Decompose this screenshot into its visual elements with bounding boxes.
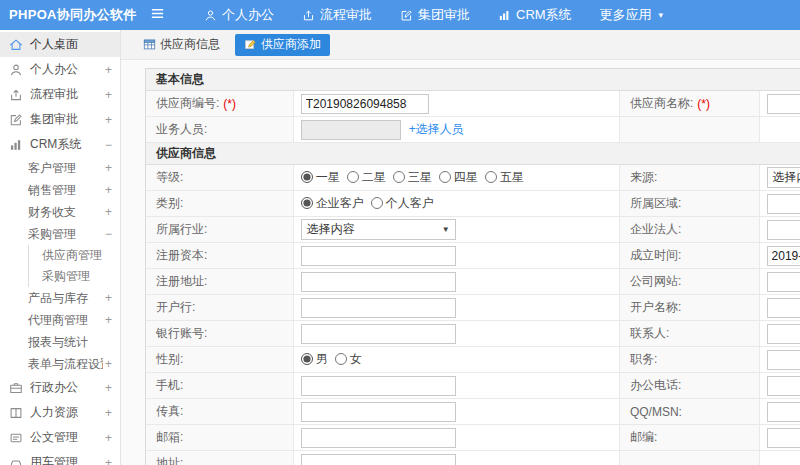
- expand-toggle-icon[interactable]: +: [103, 183, 112, 197]
- nav-more-apps[interactable]: 更多应用▾: [586, 0, 678, 30]
- expand-toggle-icon[interactable]: −: [103, 138, 112, 152]
- hamburger-menu-button[interactable]: [140, 6, 174, 24]
- expand-toggle-icon[interactable]: +: [103, 88, 112, 102]
- expand-toggle-icon[interactable]: +: [103, 431, 112, 445]
- form-label-cell: 公司网站:: [620, 269, 760, 294]
- form-text-input[interactable]: [301, 272, 456, 292]
- form-label-cell: 办公电话:: [620, 373, 760, 398]
- form-label-cell: 传真:: [146, 399, 294, 424]
- sidebar-item-crm-system[interactable]: CRM系统−: [0, 132, 120, 157]
- sidebar-item-supplier-mgmt[interactable]: 供应商管理: [28, 245, 120, 266]
- form-text-input[interactable]: [767, 220, 800, 240]
- expand-toggle-icon[interactable]: +: [103, 313, 112, 327]
- form-text-input[interactable]: [301, 94, 429, 114]
- sidebar-item-admin-office[interactable]: 行政办公+: [0, 375, 120, 400]
- radio-option[interactable]: 四星: [439, 169, 478, 186]
- tab-supplier-info[interactable]: 供应商信息: [134, 34, 229, 56]
- form-text-input[interactable]: [301, 376, 456, 396]
- sidebar-item-label: 采购管理: [42, 268, 112, 285]
- form-text-input[interactable]: [767, 194, 800, 214]
- form-text-input[interactable]: [767, 272, 800, 292]
- sidebar-item-label: 个人办公: [30, 61, 103, 78]
- sidebar-item-agent-mgmt[interactable]: 代理商管理+: [0, 309, 120, 331]
- sidebar-item-reports[interactable]: 报表与统计: [0, 331, 120, 353]
- sidebar-item-product-stock[interactable]: 产品与库存+: [0, 287, 120, 309]
- expand-toggle-icon[interactable]: +: [103, 205, 112, 219]
- sidebar-item-label: 客户管理: [28, 160, 103, 177]
- form-field-label: 邮编:: [630, 429, 657, 446]
- radio-input[interactable]: [371, 197, 383, 209]
- user-icon: [204, 9, 217, 22]
- expand-toggle-icon[interactable]: +: [103, 357, 112, 371]
- radio-input[interactable]: [335, 353, 347, 365]
- approve-icon: [400, 9, 413, 22]
- sidebar-item-purchase-mgmt-sub[interactable]: 采购管理: [28, 266, 120, 287]
- form-text-input[interactable]: [301, 428, 456, 448]
- form-text-input[interactable]: [301, 298, 456, 318]
- nav-personal-office[interactable]: 个人办公: [190, 0, 288, 30]
- sidebar-item-personal-desktop[interactable]: 个人桌面: [0, 32, 120, 57]
- expand-toggle-icon[interactable]: +: [103, 161, 112, 175]
- sidebar-item-customer-mgmt[interactable]: 客户管理+: [0, 157, 120, 179]
- form-text-input[interactable]: [301, 246, 456, 266]
- form-text-input[interactable]: [301, 402, 456, 422]
- form-select[interactable]: 选择内容▼: [767, 167, 800, 188]
- radio-option[interactable]: 男: [301, 351, 328, 368]
- form-field-label: 来源:: [630, 169, 657, 186]
- form-label-cell: 手机:: [146, 373, 294, 398]
- expand-toggle-icon[interactable]: +: [103, 113, 112, 127]
- form-text-input[interactable]: [767, 376, 800, 396]
- radio-input[interactable]: [301, 171, 313, 183]
- expand-toggle-icon[interactable]: +: [103, 63, 112, 77]
- radio-input[interactable]: [301, 197, 313, 209]
- radio-option[interactable]: 个人客户: [371, 195, 434, 212]
- sidebar-item-process-approval[interactable]: 流程审批+: [0, 82, 120, 107]
- expand-toggle-icon[interactable]: +: [103, 456, 112, 465]
- form-field-label: 供应商编号:: [156, 95, 219, 112]
- select-person-link[interactable]: +选择人员: [409, 121, 464, 138]
- form-text-input[interactable]: [767, 298, 800, 318]
- expand-toggle-icon[interactable]: +: [103, 291, 112, 305]
- sidebar-item-vehicle-mgmt[interactable]: 用车管理+: [0, 450, 120, 465]
- sidebar-item-finance[interactable]: 财务收支+: [0, 201, 120, 223]
- form-text-input[interactable]: [767, 246, 800, 266]
- sidebar-item-sales-mgmt[interactable]: 销售管理+: [0, 179, 120, 201]
- form-text-input[interactable]: [767, 402, 800, 422]
- form-container: 基本信息供应商编号:(*)供应商名称:(*)业务人员:+选择人员供应商信息等级:…: [121, 60, 800, 465]
- radio-input[interactable]: [485, 171, 497, 183]
- form-text-input[interactable]: [301, 120, 401, 140]
- sidebar-item-document-mgmt[interactable]: 公文管理+: [0, 425, 120, 450]
- form-text-input[interactable]: [767, 324, 800, 344]
- sidebar-item-personal-office[interactable]: 个人办公+: [0, 57, 120, 82]
- nav-process-approval[interactable]: 流程审批: [288, 0, 386, 30]
- radio-input[interactable]: [347, 171, 359, 183]
- sidebar-item-form-flow-settings[interactable]: 表单与流程设置+: [0, 353, 120, 375]
- nav-group-approval[interactable]: 集团审批: [386, 0, 484, 30]
- radio-option[interactable]: 一星: [301, 169, 340, 186]
- radio-option[interactable]: 三星: [393, 169, 432, 186]
- form-text-input[interactable]: [767, 428, 800, 448]
- radio-option[interactable]: 五星: [485, 169, 524, 186]
- tab-supplier-add[interactable]: 供应商添加: [235, 34, 330, 56]
- sidebar-item-hr[interactable]: 人力资源+: [0, 400, 120, 425]
- expand-toggle-icon[interactable]: −: [103, 227, 112, 241]
- radio-option[interactable]: 女: [335, 351, 362, 368]
- radio-option[interactable]: 企业客户: [301, 195, 364, 212]
- radio-input[interactable]: [439, 171, 451, 183]
- radio-input[interactable]: [301, 353, 313, 365]
- form-field-label: 手机:: [156, 377, 183, 394]
- expand-toggle-icon[interactable]: +: [103, 381, 112, 395]
- form-text-input[interactable]: [301, 454, 456, 465]
- radio-input[interactable]: [393, 171, 405, 183]
- form-text-input[interactable]: [301, 324, 456, 344]
- nav-crm-system[interactable]: CRM系统: [484, 0, 586, 30]
- expand-toggle-icon[interactable]: +: [103, 406, 112, 420]
- sidebar-item-purchase-mgmt[interactable]: 采购管理−: [0, 223, 120, 245]
- sidebar-item-group-approval[interactable]: 集团审批+: [0, 107, 120, 132]
- form-text-input[interactable]: [767, 94, 800, 114]
- form-text-input[interactable]: [767, 350, 800, 370]
- form-field-label: 等级:: [156, 169, 183, 186]
- form-select[interactable]: 选择内容▼: [301, 219, 456, 240]
- radio-option[interactable]: 二星: [347, 169, 386, 186]
- doc-icon: [9, 431, 23, 445]
